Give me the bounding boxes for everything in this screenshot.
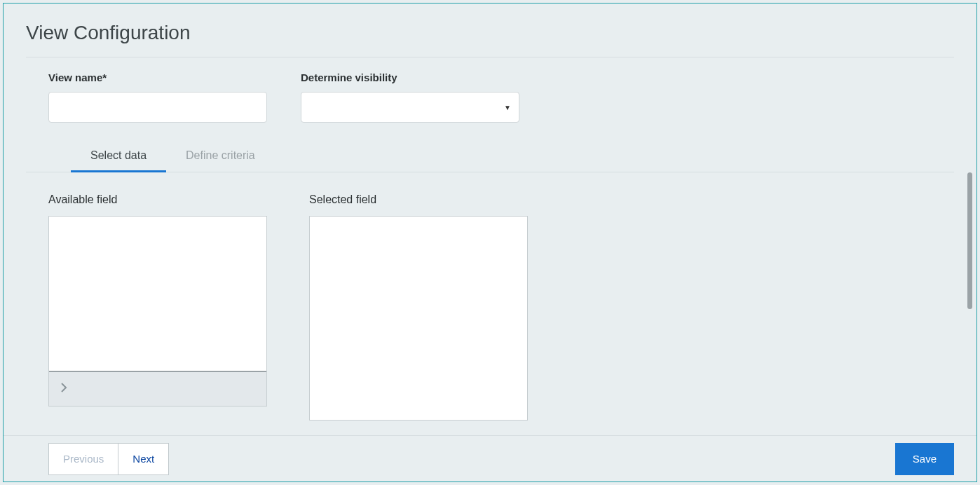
view-configuration-panel: View Configuration View name* Determine …	[3, 3, 977, 482]
available-field-list-inner	[49, 217, 266, 372]
previous-button[interactable]: Previous	[48, 443, 118, 475]
selected-field-listbox[interactable]	[309, 216, 528, 421]
view-name-label: View name*	[48, 71, 267, 83]
content-area: Available field Selected field	[4, 172, 976, 425]
tab-define-criteria[interactable]: Define criteria	[166, 142, 275, 172]
selected-field-label: Selected field	[309, 193, 528, 206]
visibility-select[interactable]	[301, 92, 519, 123]
next-button[interactable]: Next	[118, 443, 169, 475]
view-name-field-group: View name*	[48, 71, 267, 123]
tab-select-data[interactable]: Select data	[71, 142, 166, 172]
panel-title: View Configuration	[4, 22, 976, 57]
view-name-input[interactable]	[48, 92, 267, 123]
save-button[interactable]: Save	[895, 443, 954, 475]
visibility-select-wrap: ▼	[301, 92, 519, 123]
footer-left-buttons: Previous Next	[48, 443, 169, 475]
visibility-field-group: Determine visibility ▼	[301, 71, 519, 123]
available-field-label: Available field	[48, 193, 267, 206]
selected-field-column: Selected field	[309, 193, 528, 425]
available-field-listbox[interactable]	[48, 216, 267, 407]
scrollbar-thumb[interactable]	[967, 172, 972, 309]
form-row: View name* Determine visibility ▼	[4, 57, 976, 123]
available-field-footer[interactable]	[49, 372, 266, 406]
footer: Previous Next Save	[4, 435, 976, 481]
available-field-column: Available field	[48, 193, 267, 425]
visibility-label: Determine visibility	[301, 71, 519, 83]
tabs: Select data Define criteria	[26, 123, 954, 172]
chevron-right-icon	[60, 382, 67, 396]
